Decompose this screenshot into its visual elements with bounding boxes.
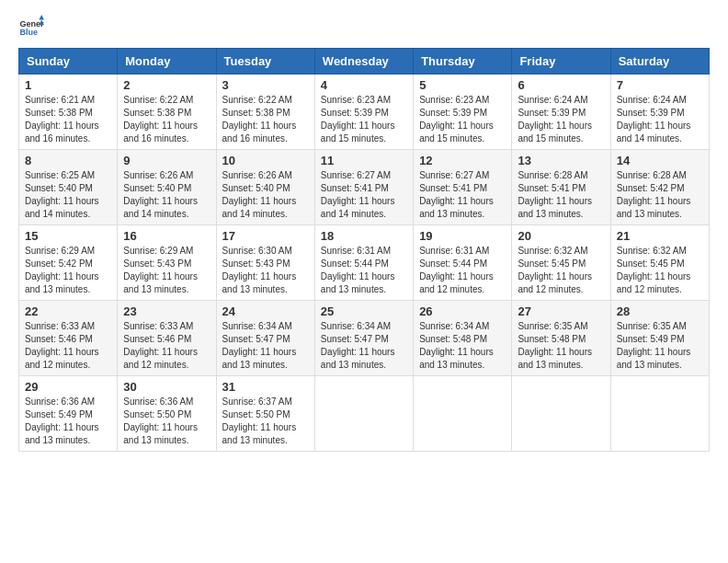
table-row: 28Sunrise: 6:35 AMSunset: 5:49 PMDayligh… <box>610 301 709 376</box>
day-number: 7 <box>617 78 703 92</box>
table-row: 15Sunrise: 6:29 AMSunset: 5:42 PMDayligh… <box>19 225 118 301</box>
day-info: Sunrise: 6:33 AMSunset: 5:46 PMDaylight:… <box>123 321 198 370</box>
weekday-header-row: Sunday Monday Tuesday Wednesday Thursday… <box>19 49 710 75</box>
day-number: 12 <box>419 154 506 167</box>
logo: General Blue <box>18 15 44 40</box>
table-row: 1Sunrise: 6:21 AMSunset: 5:38 PMDaylight… <box>19 75 118 150</box>
calendar-week-row: 1Sunrise: 6:21 AMSunset: 5:38 PMDaylight… <box>19 75 710 150</box>
day-number: 20 <box>518 229 604 243</box>
day-info: Sunrise: 6:23 AMSunset: 5:39 PMDaylight:… <box>419 95 494 144</box>
day-info: Sunrise: 6:23 AMSunset: 5:39 PMDaylight:… <box>321 95 395 144</box>
table-row <box>610 376 709 452</box>
table-row: 10Sunrise: 6:26 AMSunset: 5:40 PMDayligh… <box>216 150 314 225</box>
day-info: Sunrise: 6:26 AMSunset: 5:40 PMDaylight:… <box>123 170 198 219</box>
day-number: 30 <box>123 380 210 394</box>
logo-icon: General Blue <box>18 15 44 40</box>
day-number: 1 <box>25 78 111 92</box>
calendar-week-row: 15Sunrise: 6:29 AMSunset: 5:42 PMDayligh… <box>19 225 710 301</box>
table-row: 4Sunrise: 6:23 AMSunset: 5:39 PMDaylight… <box>314 75 413 150</box>
svg-marker-2 <box>39 15 44 20</box>
day-number: 29 <box>25 380 111 394</box>
col-sunday: Sunday <box>19 49 118 75</box>
day-number: 28 <box>617 304 703 318</box>
table-row <box>314 376 413 452</box>
col-friday: Friday <box>512 49 610 75</box>
table-row: 20Sunrise: 6:32 AMSunset: 5:45 PMDayligh… <box>512 225 610 301</box>
day-number: 13 <box>518 154 604 167</box>
table-row: 30Sunrise: 6:36 AMSunset: 5:50 PMDayligh… <box>118 376 216 452</box>
calendar-week-row: 8Sunrise: 6:25 AMSunset: 5:40 PMDaylight… <box>19 150 710 225</box>
col-wednesday: Wednesday <box>314 49 413 75</box>
day-number: 18 <box>321 229 407 243</box>
day-info: Sunrise: 6:31 AMSunset: 5:44 PMDaylight:… <box>321 246 395 294</box>
day-info: Sunrise: 6:30 AMSunset: 5:43 PMDaylight:… <box>222 246 297 294</box>
page-header: General Blue <box>18 15 710 40</box>
col-thursday: Thursday <box>414 49 512 75</box>
day-number: 11 <box>321 154 407 167</box>
table-row: 14Sunrise: 6:28 AMSunset: 5:42 PMDayligh… <box>610 150 709 225</box>
col-monday: Monday <box>118 49 216 75</box>
table-row: 8Sunrise: 6:25 AMSunset: 5:40 PMDaylight… <box>19 150 118 225</box>
table-row <box>414 376 512 452</box>
table-row: 17Sunrise: 6:30 AMSunset: 5:43 PMDayligh… <box>216 225 314 301</box>
day-info: Sunrise: 6:35 AMSunset: 5:48 PMDaylight:… <box>518 321 592 370</box>
day-number: 5 <box>419 78 506 92</box>
day-info: Sunrise: 6:22 AMSunset: 5:38 PMDaylight:… <box>123 95 198 144</box>
day-info: Sunrise: 6:34 AMSunset: 5:48 PMDaylight:… <box>419 321 494 370</box>
day-info: Sunrise: 6:32 AMSunset: 5:45 PMDaylight:… <box>617 246 691 294</box>
day-number: 16 <box>123 229 210 243</box>
table-row: 16Sunrise: 6:29 AMSunset: 5:43 PMDayligh… <box>118 225 216 301</box>
day-number: 27 <box>518 304 604 318</box>
table-row: 5Sunrise: 6:23 AMSunset: 5:39 PMDaylight… <box>414 75 512 150</box>
day-info: Sunrise: 6:24 AMSunset: 5:39 PMDaylight:… <box>617 95 691 144</box>
day-number: 3 <box>222 78 309 92</box>
table-row: 18Sunrise: 6:31 AMSunset: 5:44 PMDayligh… <box>314 225 413 301</box>
table-row: 27Sunrise: 6:35 AMSunset: 5:48 PMDayligh… <box>512 301 610 376</box>
svg-text:Blue: Blue <box>19 28 38 37</box>
table-row: 26Sunrise: 6:34 AMSunset: 5:48 PMDayligh… <box>414 301 512 376</box>
table-row: 29Sunrise: 6:36 AMSunset: 5:49 PMDayligh… <box>19 376 118 452</box>
day-info: Sunrise: 6:28 AMSunset: 5:42 PMDaylight:… <box>617 170 691 219</box>
table-row: 2Sunrise: 6:22 AMSunset: 5:38 PMDaylight… <box>118 75 216 150</box>
calendar-week-row: 29Sunrise: 6:36 AMSunset: 5:49 PMDayligh… <box>19 376 710 452</box>
day-info: Sunrise: 6:36 AMSunset: 5:50 PMDaylight:… <box>123 396 198 445</box>
day-number: 4 <box>321 78 407 92</box>
day-info: Sunrise: 6:35 AMSunset: 5:49 PMDaylight:… <box>617 321 691 370</box>
day-number: 24 <box>222 304 309 318</box>
day-info: Sunrise: 6:28 AMSunset: 5:41 PMDaylight:… <box>518 170 592 219</box>
day-number: 21 <box>617 229 703 243</box>
day-number: 22 <box>25 304 111 318</box>
table-row: 23Sunrise: 6:33 AMSunset: 5:46 PMDayligh… <box>118 301 216 376</box>
day-number: 2 <box>123 78 210 92</box>
table-row: 13Sunrise: 6:28 AMSunset: 5:41 PMDayligh… <box>512 150 610 225</box>
day-info: Sunrise: 6:32 AMSunset: 5:45 PMDaylight:… <box>518 246 592 294</box>
day-info: Sunrise: 6:21 AMSunset: 5:38 PMDaylight:… <box>25 95 99 144</box>
table-row: 12Sunrise: 6:27 AMSunset: 5:41 PMDayligh… <box>414 150 512 225</box>
day-number: 26 <box>419 304 506 318</box>
table-row: 21Sunrise: 6:32 AMSunset: 5:45 PMDayligh… <box>610 225 709 301</box>
table-row: 25Sunrise: 6:34 AMSunset: 5:47 PMDayligh… <box>314 301 413 376</box>
table-row: 19Sunrise: 6:31 AMSunset: 5:44 PMDayligh… <box>414 225 512 301</box>
table-row: 3Sunrise: 6:22 AMSunset: 5:38 PMDaylight… <box>216 75 314 150</box>
table-row: 24Sunrise: 6:34 AMSunset: 5:47 PMDayligh… <box>216 301 314 376</box>
day-number: 23 <box>123 304 210 318</box>
day-info: Sunrise: 6:31 AMSunset: 5:44 PMDaylight:… <box>419 246 494 294</box>
day-info: Sunrise: 6:22 AMSunset: 5:38 PMDaylight:… <box>222 95 297 144</box>
day-number: 19 <box>419 229 506 243</box>
day-number: 8 <box>25 154 111 167</box>
day-number: 9 <box>123 154 210 167</box>
table-row: 31Sunrise: 6:37 AMSunset: 5:50 PMDayligh… <box>216 376 314 452</box>
day-info: Sunrise: 6:27 AMSunset: 5:41 PMDaylight:… <box>321 170 395 219</box>
day-info: Sunrise: 6:36 AMSunset: 5:49 PMDaylight:… <box>25 396 99 445</box>
table-row: 9Sunrise: 6:26 AMSunset: 5:40 PMDaylight… <box>118 150 216 225</box>
day-info: Sunrise: 6:25 AMSunset: 5:40 PMDaylight:… <box>25 170 99 219</box>
day-info: Sunrise: 6:29 AMSunset: 5:43 PMDaylight:… <box>123 246 198 294</box>
day-info: Sunrise: 6:27 AMSunset: 5:41 PMDaylight:… <box>419 170 494 219</box>
day-number: 14 <box>617 154 703 167</box>
day-info: Sunrise: 6:34 AMSunset: 5:47 PMDaylight:… <box>222 321 297 370</box>
day-info: Sunrise: 6:29 AMSunset: 5:42 PMDaylight:… <box>25 246 99 294</box>
table-row: 22Sunrise: 6:33 AMSunset: 5:46 PMDayligh… <box>19 301 118 376</box>
day-info: Sunrise: 6:26 AMSunset: 5:40 PMDaylight:… <box>222 170 297 219</box>
day-number: 31 <box>222 380 309 394</box>
day-number: 17 <box>222 229 309 243</box>
